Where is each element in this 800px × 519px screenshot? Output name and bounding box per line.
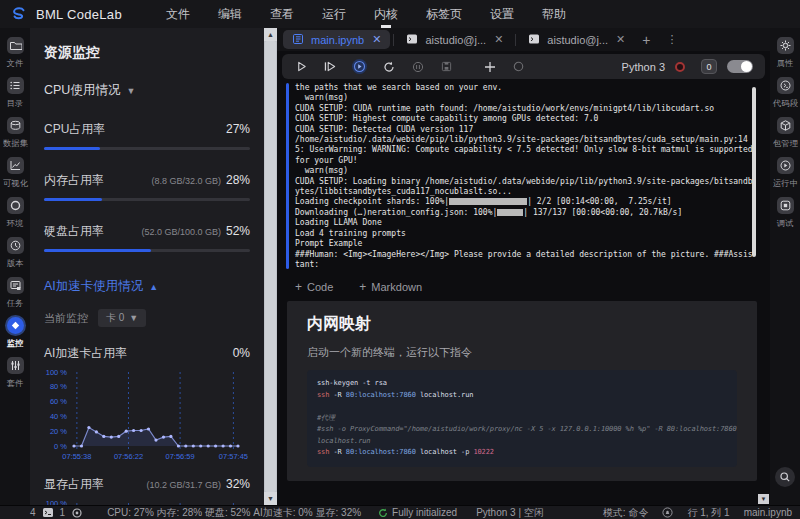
rail-item-folder[interactable]: 文件 — [6, 37, 24, 70]
debug-icon — [777, 197, 794, 214]
add-markdown-label: Markdown — [371, 281, 422, 293]
card-select[interactable]: 卡 0 ▼ — [98, 309, 146, 327]
progress-bar — [449, 198, 527, 205]
progress-bar — [497, 209, 523, 216]
output-scrollbar[interactable] — [752, 87, 756, 257]
scroll-up-button[interactable]: ▲ — [264, 28, 277, 41]
svg-text:07:57:45: 07:57:45 — [219, 452, 248, 461]
rail-item-dataset[interactable]: 数据集 — [2, 117, 29, 150]
tab-aistudio-j---[interactable]: aistudio@j...✕ — [397, 30, 512, 49]
rail-item-debug[interactable]: 调试 — [776, 197, 794, 230]
meter-track — [44, 249, 250, 252]
rail-item-label: 任务 — [7, 298, 24, 310]
terminal-line: Prompt Example — [295, 239, 753, 249]
tab-main-ipynb[interactable]: main.ipynb✕ — [283, 30, 390, 49]
terminal-line: warn(msg) — [295, 166, 753, 176]
chevron-down-icon: ▼ — [129, 313, 138, 323]
current-monitor-label: 当前监控 — [44, 311, 88, 326]
viz-icon — [7, 157, 24, 174]
markdown-subtitle: 启动一个新的终端，运行以下指令 — [307, 345, 737, 360]
rail-item-gear[interactable]: 属性 — [776, 37, 794, 70]
scroll-down-button[interactable]: ▼ — [264, 492, 277, 505]
tab-options-button[interactable]: ⋮ — [658, 33, 685, 46]
editor-scroll-down-button[interactable]: ▼ — [758, 494, 769, 504]
add-cell-button[interactable] — [482, 59, 497, 74]
notification-icon[interactable] — [662, 507, 673, 518]
interrupt-button[interactable] — [410, 59, 425, 74]
terminal-line: the paths that we search based on your e… — [295, 83, 753, 93]
kernel-name[interactable]: Python 3 — [622, 61, 665, 73]
rail-item-running[interactable]: 运行中 — [772, 157, 799, 190]
rail-item-snippet[interactable]: 代码段 — [772, 77, 799, 110]
rail-item-env[interactable]: 环境 — [6, 197, 24, 230]
refresh-kernel-button[interactable] — [381, 59, 396, 74]
markdown-cell[interactable]: 内网映射 启动一个新的终端，运行以下指令 ssh-keygen -t rsass… — [287, 301, 757, 481]
svg-text:07:56:59: 07:56:59 — [165, 452, 194, 461]
chevron-down-icon: ▼ — [126, 86, 135, 96]
record-circle-button[interactable] — [511, 59, 526, 74]
accelerator-section-header[interactable]: AI加速卡使用情况 ▲ — [44, 278, 250, 295]
rail-item-suite[interactable]: 套件 — [6, 357, 24, 390]
svg-text:20 %: 20 % — [50, 427, 67, 436]
rail-item-tasks[interactable]: 任务 — [6, 277, 24, 310]
rail-item-label: 运行中 — [773, 178, 798, 190]
save-button[interactable] — [439, 59, 454, 74]
tab-label: aistudio@j... — [547, 34, 608, 46]
terminal-line: Load 4 training prompts — [295, 229, 753, 239]
meter-fill — [44, 147, 100, 150]
panel-scrollbar[interactable]: ▲ ▼ — [264, 28, 277, 505]
mode-indicator: 模式: 命令 — [603, 506, 649, 519]
left-activity-rail: 文件目录数据集可视化环境版本任务监控套件 — [0, 28, 30, 505]
menu-item-3[interactable]: 查看 — [256, 0, 308, 28]
toolbar-toggle[interactable] — [727, 60, 753, 73]
rail-item-package[interactable]: 包管理 — [772, 117, 799, 150]
run-all-button[interactable] — [323, 59, 338, 74]
close-tab-icon[interactable]: ✕ — [494, 33, 503, 46]
package-icon — [777, 117, 794, 134]
close-tab-icon[interactable]: ✕ — [372, 33, 381, 46]
gpu-util-label: AI加速卡占用率 — [44, 345, 233, 362]
menu-item-5[interactable]: 内核 — [360, 0, 412, 28]
status-filename: main.ipynb — [744, 507, 792, 518]
cursor-position[interactable]: 行 1, 列 1 — [687, 506, 729, 519]
new-tab-button[interactable]: + — [634, 32, 658, 48]
cpu-section-header[interactable]: CPU使用情况 ▼ — [44, 82, 250, 99]
zero-badge-button[interactable]: 0 — [701, 59, 717, 74]
resource-summary: CPU: 27% 内存: 28% 硬盘: 52% AI加速卡: 0% 显存: 3… — [107, 506, 361, 519]
rail-item-version[interactable]: 版本 — [6, 237, 24, 270]
meter: 硬盘占用率(52.0 GB/100.0 GB)52% — [44, 223, 250, 252]
brand-name: BML CodeLab — [36, 7, 122, 22]
meter-detail: (52.0 GB/100.0 GB) — [141, 227, 221, 237]
bml-codelab-window: BML CodeLab 文件编辑查看运行内核标签页设置帮助 文件目录数据集可视化… — [0, 0, 800, 519]
close-tab-icon[interactable]: ✕ — [616, 33, 625, 46]
help-search-button[interactable] — [775, 467, 795, 487]
right-activity-rail: 属性代码段包管理运行中调试 — [770, 28, 800, 505]
chevron-up-icon: ▲ — [149, 282, 158, 292]
rail-item-list[interactable]: 目录 — [6, 77, 24, 110]
meter-value: 27% — [226, 122, 250, 136]
menu-item-1[interactable]: 文件 — [152, 0, 204, 28]
restart-run-button[interactable] — [352, 59, 367, 74]
folder-icon — [7, 37, 24, 54]
add-markdown-cell-button[interactable]: + Markdown — [359, 280, 422, 294]
bml-logo-icon — [10, 5, 28, 23]
output-cell[interactable]: the paths that we search based on your e… — [277, 81, 770, 271]
menu-item-6[interactable]: 标签页 — [412, 0, 476, 28]
tab-aistudio-j---[interactable]: aistudio@j...✕ — [519, 30, 634, 49]
menu-item-2[interactable]: 编辑 — [204, 0, 256, 28]
menu-item-7[interactable]: 设置 — [476, 0, 528, 28]
run-cell-button[interactable] — [294, 59, 309, 74]
sync-icon — [378, 508, 388, 518]
terminal-line: tant: — [295, 260, 753, 270]
markdown-heading: 内网映射 — [307, 314, 737, 335]
gpu-util-value: 0% — [233, 346, 250, 360]
rail-item-monitor[interactable]: 监控 — [6, 317, 24, 350]
rail-item-viz[interactable]: 可视化 — [2, 157, 29, 190]
kernel-status[interactable]: Python 3 | 空闲 — [476, 506, 544, 519]
scrollbar-thumb[interactable] — [265, 41, 276, 492]
menu-item-4[interactable]: 运行 — [308, 0, 360, 28]
add-code-cell-button[interactable]: + Code — [295, 280, 333, 294]
menu-item-8[interactable]: 帮助 — [528, 0, 580, 28]
tab-label: main.ipynb — [311, 34, 364, 46]
terminal-line: Loading LLAMA Done — [295, 218, 753, 228]
